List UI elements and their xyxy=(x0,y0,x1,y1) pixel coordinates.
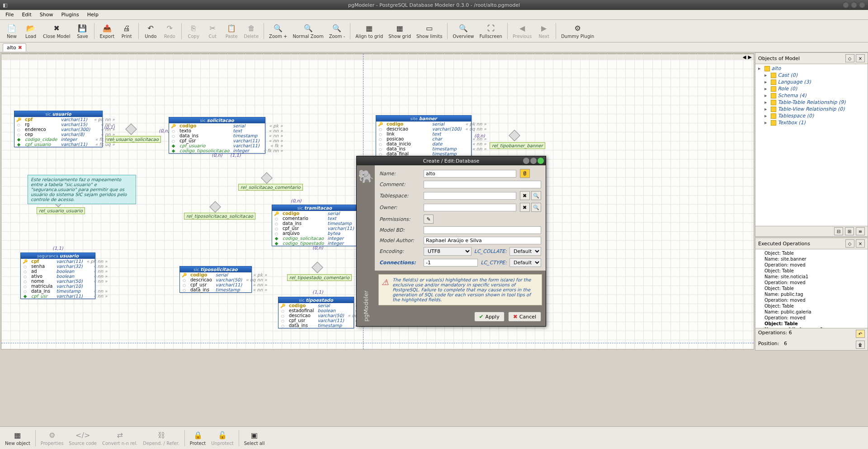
normal-zoom-button[interactable]: 🔍Normal Zoom xyxy=(290,21,326,42)
menu-edit[interactable]: Edit xyxy=(18,11,35,19)
operation-item[interactable]: Operation: moved xyxy=(756,262,867,268)
panel-float-button[interactable]: ◇ xyxy=(845,239,854,248)
minimize-button[interactable] xyxy=(843,2,849,8)
rel-label[interactable]: rel_tipoestado_comentario xyxy=(287,274,352,281)
tree-list-button[interactable]: ≡ xyxy=(856,227,865,235)
operation-item[interactable]: Name: public.tag xyxy=(756,291,867,297)
dialog-titlebar[interactable]: Create / Edit:Database xyxy=(357,156,546,165)
panel-close-button[interactable]: × xyxy=(856,239,865,248)
maximize-button[interactable] xyxy=(851,2,857,8)
dialog-close-button[interactable] xyxy=(538,158,544,164)
fullscreen-button[interactable]: ⛶Fullscreen xyxy=(477,21,505,42)
relationship-node[interactable] xyxy=(311,262,323,273)
depend-button[interactable]: ⛓Depend. / Refer. xyxy=(141,428,182,449)
redo-button[interactable]: ↷Redo xyxy=(160,21,179,42)
properties-button[interactable]: ⚙Properties xyxy=(38,428,66,449)
encoding-select[interactable]: UTF8 xyxy=(424,247,472,256)
operation-item[interactable]: Name: site.noticia1 xyxy=(756,274,867,280)
source-code-button[interactable]: </>Source code xyxy=(66,428,99,449)
tree-expand-button[interactable]: ⊞ xyxy=(845,227,854,235)
delete-button[interactable]: 🗑Delete xyxy=(241,21,261,42)
table-banner[interactable]: site.bannercodigoserial« pk nn »descrica… xyxy=(376,115,472,162)
close-model-button[interactable]: ✖Close Model xyxy=(41,21,72,42)
unprotect-button[interactable]: 🔓Unprotect xyxy=(209,428,236,449)
tab-close-icon[interactable]: ✖ xyxy=(18,45,22,51)
dialog-maximize-button[interactable] xyxy=(530,158,537,164)
dummy-plugin-button[interactable]: ⚙Dummy Plugin xyxy=(559,21,596,42)
tree-item[interactable]: Table-Table Relationship (9) xyxy=(756,99,867,106)
relationship-node[interactable] xyxy=(125,123,137,135)
text-note[interactable]: Este relacionamento faz o mapeamento ent… xyxy=(28,175,136,204)
tree-item[interactable]: Schema (4) xyxy=(756,92,867,99)
relationship-node[interactable] xyxy=(509,130,520,141)
operation-item[interactable]: Operation: moved xyxy=(756,297,867,303)
ops-undo-button[interactable]: ↶ xyxy=(856,330,865,338)
rel-label[interactable]: rel_tiposolicitacao_solicitacao xyxy=(184,213,255,220)
operation-item[interactable]: Object: Table xyxy=(756,250,867,256)
table-tiposolicitacao[interactable]: sic.tiposolicitacaocodigoserial« pk »des… xyxy=(179,266,252,293)
paste-button[interactable]: 📋Paste xyxy=(222,21,241,42)
tree-item[interactable]: Role (0) xyxy=(756,85,867,92)
operation-item[interactable]: Object: Table xyxy=(756,321,867,327)
comment-input[interactable] xyxy=(424,181,541,188)
load-button[interactable]: 📂Load xyxy=(22,21,40,42)
table-usuario[interactable]: sic.usuariocpfvarchar(11)« pk nn »rgvarc… xyxy=(14,111,103,147)
protect-button[interactable]: 🔒Protect xyxy=(188,428,208,449)
zoom-out-button[interactable]: 🔍Zoom - xyxy=(327,21,348,42)
print-button[interactable]: 🖨Print xyxy=(118,21,136,42)
export-button[interactable]: 📤Export xyxy=(97,21,117,42)
previous-button[interactable]: ◀Previous xyxy=(510,21,534,42)
rel-label[interactable]: rel_solicitacao_comentario xyxy=(238,184,303,191)
dialog-minimize-button[interactable] xyxy=(523,158,529,164)
zoom-in-button[interactable]: 🔍Zoom + xyxy=(267,21,289,42)
cut-button[interactable]: ✂Cut xyxy=(203,21,222,42)
new-object-button[interactable]: ▦New object xyxy=(3,428,33,449)
lc-collate-select[interactable]: Default xyxy=(509,247,541,256)
next-button[interactable]: ▶Next xyxy=(535,21,553,42)
ops-clear-button[interactable]: 🗑 xyxy=(856,341,865,349)
panel-float-button[interactable]: ◇ xyxy=(845,54,854,62)
select-all-button[interactable]: ▣Select all xyxy=(242,428,267,449)
apply-button[interactable]: ✔Apply xyxy=(474,312,505,322)
operation-item[interactable]: Object: Table xyxy=(756,285,867,291)
save-button[interactable]: 💾Save xyxy=(73,21,91,42)
browse-button[interactable]: 🔍 xyxy=(531,191,541,200)
tree-item[interactable]: Tablespace (0) xyxy=(756,112,867,119)
tree-item[interactable]: Textbox (1) xyxy=(756,119,867,126)
model-bd-input[interactable] xyxy=(424,226,541,234)
menu-help[interactable]: Help xyxy=(84,11,102,19)
overview-button[interactable]: 🔍Overview xyxy=(450,21,476,42)
menu-file[interactable]: File xyxy=(2,11,17,19)
table-solicitacao[interactable]: sic.solicitacaocodigoserial« pk »textote… xyxy=(169,117,265,154)
clear-button[interactable]: ✖ xyxy=(520,203,530,212)
table-tipoestado[interactable]: sic.tipoestadocodigoserial« pk »estadofi… xyxy=(278,297,354,328)
permissions-button[interactable]: ✎ xyxy=(424,215,434,224)
operation-item[interactable]: Object: Table xyxy=(756,268,867,274)
menu-plugins[interactable]: Plugins xyxy=(57,11,82,19)
show-grid-button[interactable]: ▦Show grid xyxy=(386,21,413,42)
tab-alto[interactable]: alto ✖ xyxy=(3,43,26,51)
connections-input[interactable] xyxy=(424,259,478,267)
show-limits-button[interactable]: ▭Show limits xyxy=(414,21,444,42)
rel-label[interactable]: rel_tipobanner_banner xyxy=(490,142,545,149)
tree-collapse-button[interactable]: ⊟ xyxy=(834,227,843,235)
cancel-button[interactable]: ✖Cancel xyxy=(508,312,541,322)
copy-button[interactable]: ⎘Copy xyxy=(184,21,203,42)
browse-button[interactable]: 🔍 xyxy=(531,203,541,212)
operation-item[interactable]: Name: public.galeria xyxy=(756,309,867,315)
clear-button[interactable]: ✖ xyxy=(520,191,530,200)
tree-item[interactable]: Table-View Relationship (0) xyxy=(756,106,867,112)
align-grid-button[interactable]: ▦Align to grid xyxy=(353,21,385,42)
table-tramitacao[interactable]: sic.tramitacaocodigoserial« pk »comentar… xyxy=(272,205,358,246)
menu-show[interactable]: Show xyxy=(36,11,57,19)
panel-close-button[interactable]: × xyxy=(856,54,865,62)
model-author-input[interactable] xyxy=(424,237,541,244)
objects-tree[interactable]: alto Cast (0)Language (3)Role (0)Schema … xyxy=(755,64,868,226)
operation-item[interactable]: Object: Table xyxy=(756,303,867,309)
operations-list[interactable]: Object: TableName: site.bannerOperation:… xyxy=(755,249,868,328)
operation-item[interactable]: Operation: moved xyxy=(756,315,867,321)
tablespace-input[interactable] xyxy=(424,192,516,200)
rel-label[interactable]: rel_usuario_usuario xyxy=(37,207,85,214)
relationship-node[interactable] xyxy=(209,201,221,212)
convert-button[interactable]: ⇄Convert n-n rel. xyxy=(100,428,140,449)
